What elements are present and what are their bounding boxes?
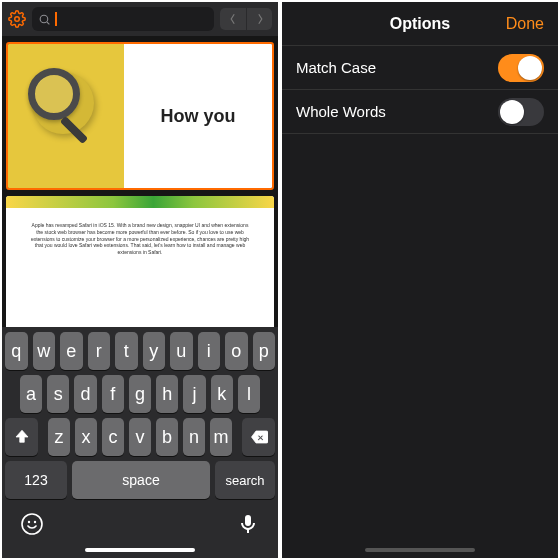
keyboard-row-3: zxcvbnm xyxy=(2,413,278,456)
option-label: Match Case xyxy=(296,59,376,76)
options-title: Options xyxy=(390,15,450,33)
search-input[interactable] xyxy=(32,7,214,31)
text-cursor xyxy=(55,12,57,26)
key-q[interactable]: q xyxy=(5,332,28,370)
key-m[interactable]: m xyxy=(210,418,232,456)
svg-point-1 xyxy=(40,15,48,23)
home-indicator[interactable] xyxy=(365,548,475,552)
key-w[interactable]: w xyxy=(33,332,56,370)
keyboard-row-2: asdfghjkl xyxy=(2,370,278,413)
dictation-key[interactable] xyxy=(236,512,260,540)
search-topbar xyxy=(2,2,278,36)
slide2-gradient-bar xyxy=(6,196,274,208)
key-p[interactable]: p xyxy=(253,332,276,370)
key-a[interactable]: a xyxy=(20,375,42,413)
search-icon xyxy=(38,13,51,26)
match-case-toggle[interactable] xyxy=(498,54,544,82)
key-g[interactable]: g xyxy=(129,375,151,413)
keyboard: qwertyuiop asdfghjkl zxcvbnm 123 space s… xyxy=(2,327,278,558)
slide-thumbnails: How you Apple has revamped Safari in iOS… xyxy=(2,36,278,348)
done-button[interactable]: Done xyxy=(506,15,544,33)
key-l[interactable]: l xyxy=(238,375,260,413)
key-v[interactable]: v xyxy=(129,418,151,456)
option-label: Whole Words xyxy=(296,103,386,120)
slide1-image xyxy=(8,44,124,188)
key-y[interactable]: y xyxy=(143,332,166,370)
key-j[interactable]: j xyxy=(183,375,205,413)
key-d[interactable]: d xyxy=(74,375,96,413)
shift-key[interactable] xyxy=(5,418,38,456)
key-n[interactable]: n xyxy=(183,418,205,456)
keyboard-row-1: qwertyuiop xyxy=(2,327,278,370)
key-u[interactable]: u xyxy=(170,332,193,370)
space-key[interactable]: space xyxy=(72,461,210,499)
key-r[interactable]: r xyxy=(88,332,111,370)
key-z[interactable]: z xyxy=(48,418,70,456)
key-k[interactable]: k xyxy=(211,375,233,413)
key-i[interactable]: i xyxy=(198,332,221,370)
gear-icon[interactable] xyxy=(8,10,26,28)
search-key[interactable]: search xyxy=(215,461,275,499)
options-header: Options Done xyxy=(282,2,558,46)
svg-point-4 xyxy=(28,521,30,523)
key-f[interactable]: f xyxy=(102,375,124,413)
home-indicator[interactable] xyxy=(85,548,195,552)
slide2-paragraph: Apple has revamped Safari in iOS 15. Wit… xyxy=(30,222,250,256)
keyboard-bottom-bar xyxy=(2,504,278,544)
key-h[interactable]: h xyxy=(156,375,178,413)
backspace-key[interactable] xyxy=(242,418,275,456)
slide1-title: How you xyxy=(161,106,236,127)
options-body: Match Case Whole Words xyxy=(282,46,558,558)
search-slides-screen: How you Apple has revamped Safari in iOS… xyxy=(0,0,280,560)
nav-arrows xyxy=(220,8,272,30)
slide-thumbnail-2[interactable]: Apple has revamped Safari in iOS 15. Wit… xyxy=(6,196,274,344)
key-e[interactable]: e xyxy=(60,332,83,370)
key-x[interactable]: x xyxy=(75,418,97,456)
svg-point-5 xyxy=(34,521,36,523)
svg-point-3 xyxy=(22,514,42,534)
key-t[interactable]: t xyxy=(115,332,138,370)
keyboard-row-4: 123 space search xyxy=(2,456,278,504)
key-o[interactable]: o xyxy=(225,332,248,370)
svg-point-0 xyxy=(15,17,20,22)
key-b[interactable]: b xyxy=(156,418,178,456)
option-match-case: Match Case xyxy=(282,46,558,90)
numbers-key[interactable]: 123 xyxy=(5,461,67,499)
key-c[interactable]: c xyxy=(102,418,124,456)
options-screen: Options Done Match Case Whole Words xyxy=(280,0,560,560)
slide-thumbnail-1[interactable]: How you xyxy=(6,42,274,190)
prev-result-button[interactable] xyxy=(220,8,246,30)
svg-line-2 xyxy=(47,22,49,24)
key-s[interactable]: s xyxy=(47,375,69,413)
whole-words-toggle[interactable] xyxy=(498,98,544,126)
next-result-button[interactable] xyxy=(246,8,272,30)
emoji-key[interactable] xyxy=(20,512,44,540)
option-whole-words: Whole Words xyxy=(282,90,558,134)
